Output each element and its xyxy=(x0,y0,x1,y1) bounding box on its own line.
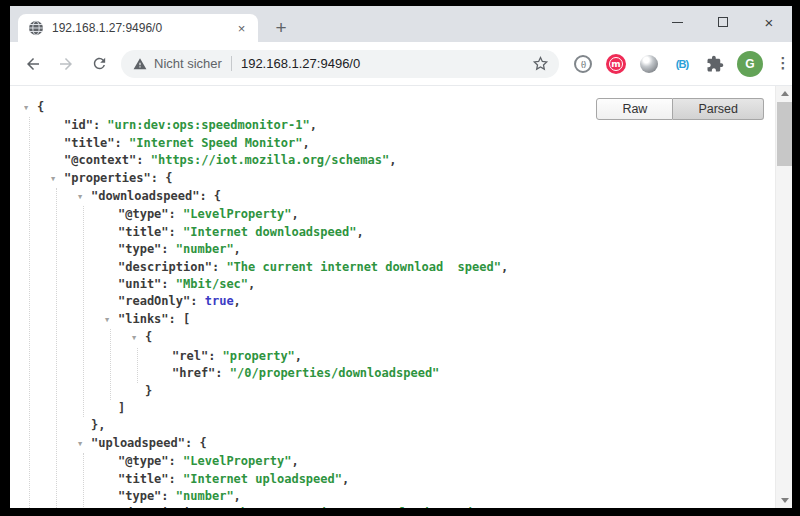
json-punctuation: , xyxy=(295,349,302,363)
json-boolean-value: true xyxy=(205,294,234,308)
circle-extension-icon: (-) xyxy=(574,55,592,73)
scroll-down-icon xyxy=(781,498,789,503)
json-punctuation: , xyxy=(389,153,396,167)
profile-avatar[interactable]: G xyxy=(737,51,763,77)
json-punctuation: : xyxy=(169,225,183,239)
json-key: "links" xyxy=(118,312,169,326)
json-key: "title" xyxy=(118,225,169,239)
maximize-button[interactable] xyxy=(700,6,746,38)
browser-toolbar: Nicht sicher 192.168.1.27:9496/0 (-) m (… xyxy=(10,42,792,86)
json-tree: ▼{"id": "urn:dev:ops:speedmonitor-1","ti… xyxy=(24,99,774,508)
json-punctuation: , xyxy=(234,242,241,256)
reload-button[interactable] xyxy=(84,49,114,79)
scrollbar-thumb[interactable] xyxy=(777,102,792,166)
json-children: ▼"downloadspeed": {"@type": "LevelProper… xyxy=(56,188,774,508)
collapse-toggle-icon[interactable]: ▼ xyxy=(132,330,145,347)
minimize-icon xyxy=(672,22,683,23)
json-punctuation: , xyxy=(342,472,349,486)
json-line: "description": "The current internet upl… xyxy=(105,505,774,508)
extension-circle-button[interactable]: (-) xyxy=(572,53,594,75)
new-tab-button[interactable]: + xyxy=(266,14,296,42)
json-string-value: "The current internet upload speed" xyxy=(226,506,479,508)
browser-tab[interactable]: 192.168.1.27:9496/0 × xyxy=(18,14,258,42)
collapse-toggle-icon[interactable]: ▼ xyxy=(78,436,91,453)
scrollbar-down-button[interactable] xyxy=(776,493,792,508)
browser-menu-button[interactable]: ⋮ xyxy=(774,60,792,67)
bookmark-star-button[interactable] xyxy=(532,55,549,72)
json-punctuation: : xyxy=(161,489,175,503)
json-line: ▼"links": [ xyxy=(105,311,774,329)
tab-close-icon[interactable]: × xyxy=(233,20,250,37)
close-button[interactable]: × xyxy=(746,6,792,38)
json-punctuation: } xyxy=(145,384,152,398)
json-punctuation: , xyxy=(501,260,508,274)
json-string-value: "property" xyxy=(223,349,295,363)
minimize-button[interactable] xyxy=(654,6,700,38)
collapse-toggle-icon[interactable]: ▼ xyxy=(51,171,64,188)
json-punctuation: : xyxy=(212,260,226,274)
json-key: "unit" xyxy=(118,277,161,291)
json-children: "id": "urn:dev:ops:speedmonitor-1","titl… xyxy=(29,117,774,508)
json-punctuation: : xyxy=(115,136,129,150)
json-key: "readOnly" xyxy=(118,294,190,308)
globe-favicon-icon xyxy=(28,20,44,36)
json-punctuation: : xyxy=(199,189,213,203)
json-line: "unit": "Mbit/sec", xyxy=(105,276,774,293)
pink-m-extension-icon: m xyxy=(606,54,626,74)
sphere-extension-icon xyxy=(640,55,658,73)
json-punctuation: { xyxy=(199,436,206,450)
address-bar[interactable]: Nicht sicher 192.168.1.27:9496/0 xyxy=(121,50,559,78)
back-button[interactable] xyxy=(18,49,48,79)
json-string-value: "Internet uploadspeed" xyxy=(183,472,342,486)
json-punctuation: : xyxy=(169,207,183,221)
json-punctuation: ] xyxy=(118,401,125,415)
url-text: 192.168.1.27:9496/0 xyxy=(241,56,532,71)
scrollbar-up-button[interactable] xyxy=(776,86,792,101)
vertical-scrollbar[interactable] xyxy=(775,86,792,508)
json-string-value: "/0/properties/downloadspeed" xyxy=(230,366,440,380)
json-key: "id" xyxy=(64,118,93,132)
raw-view-button[interactable]: Raw xyxy=(596,98,673,120)
extension-m-button[interactable]: m xyxy=(605,53,627,75)
json-line: "@context": "https://iot.mozilla.org/sch… xyxy=(51,152,774,169)
json-key: "@type" xyxy=(118,454,169,468)
extension-ball-button[interactable] xyxy=(638,53,660,75)
forward-button[interactable] xyxy=(51,49,81,79)
collapse-toggle-icon[interactable]: ▼ xyxy=(78,189,91,206)
parsed-view-button[interactable]: Parsed xyxy=(673,98,764,120)
json-string-value: "The current internet download speed" xyxy=(226,260,501,274)
json-line: "title": "Internet downloadspeed", xyxy=(105,224,774,241)
json-line: "type": "number", xyxy=(105,488,774,505)
close-icon: × xyxy=(765,15,774,30)
json-children: "@type": "LevelProperty","title": "Inter… xyxy=(83,453,774,508)
json-punctuation: { xyxy=(214,189,221,203)
blue-b-extension-icon: (B) xyxy=(676,58,688,70)
json-punctuation: , xyxy=(310,118,317,132)
bookmark-star-icon xyxy=(532,55,549,72)
json-punctuation: : xyxy=(190,294,204,308)
json-key: "type" xyxy=(118,242,161,256)
json-punctuation: , xyxy=(356,225,363,239)
not-secure-warning-icon xyxy=(133,57,147,71)
json-string-value: "Internet downloadspeed" xyxy=(183,225,356,239)
json-key: "downloadspeed" xyxy=(91,189,199,203)
json-string-value: "LevelProperty" xyxy=(183,454,291,468)
json-line: ▼{ xyxy=(132,329,774,347)
json-line: } xyxy=(132,383,774,400)
url-separator xyxy=(231,56,232,71)
json-punctuation: , xyxy=(234,489,241,503)
json-line: ▼"downloadspeed": { xyxy=(78,188,774,206)
json-string-value: "LevelProperty" xyxy=(183,207,291,221)
collapse-toggle-icon[interactable]: ▼ xyxy=(105,312,118,329)
extensions-menu-button[interactable] xyxy=(704,53,726,75)
collapse-toggle-icon[interactable]: ▼ xyxy=(24,100,37,117)
scroll-up-icon xyxy=(781,91,789,96)
json-line: ▼"uploadspeed": { xyxy=(78,435,774,453)
json-punctuation: , xyxy=(302,136,309,150)
json-string-value: "Internet Speed Monitor" xyxy=(129,136,302,150)
maximize-icon xyxy=(718,17,728,27)
puzzle-piece-icon xyxy=(706,55,724,73)
json-punctuation: , xyxy=(291,454,298,468)
json-punctuation: { xyxy=(165,171,172,185)
extension-bluetooth-button[interactable]: (B) xyxy=(671,53,693,75)
